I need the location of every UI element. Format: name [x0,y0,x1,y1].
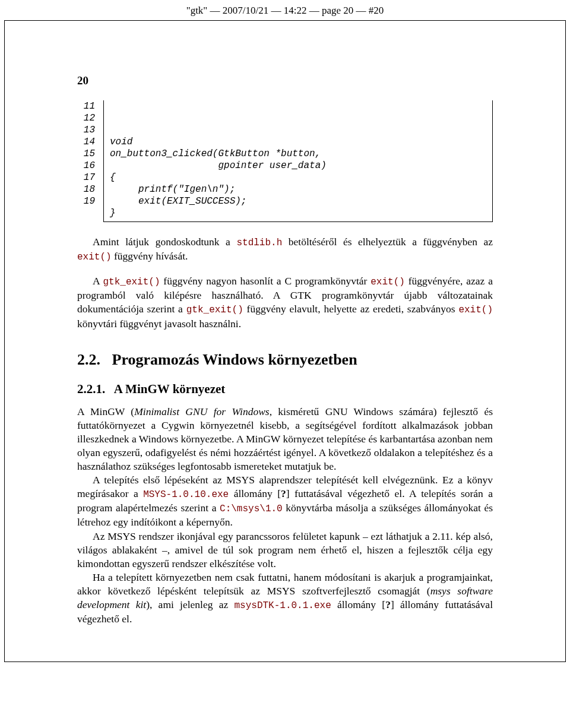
code-stdlib-h: stdlib.h [236,238,282,248]
italic-mingw-full: Minimalist GNU for Windows [134,406,269,417]
citation-mark: ? [281,488,286,499]
code-msys-exe: MSYS-1.0.10.exe [143,489,229,500]
code-msys-path: C:\msys\1.0 [220,504,283,514]
code-listing: void on_button3_clicked(GtkButton *butto… [103,100,493,222]
paragraph-4: A telepítés első lépéseként az MSYS alap… [77,473,493,529]
code-msysdtk-exe: msysDTK-1.0.1.exe [235,600,331,611]
page-frame: 20 11 12 13 14 15 16 17 18 19 void on_bu… [4,20,566,662]
section-heading: 2.2. Programozás Windows környezetben [77,351,493,369]
paragraph-5: Az MSYS rendszer ikonjával egy parancsso… [77,530,493,571]
paragraph-6: Ha a telepített környezetben nem csak fu… [77,571,493,626]
code-exit: exit() [458,305,493,315]
code-line-numbers: 11 12 13 14 15 16 17 18 19 [77,100,95,207]
code-exit: exit() [370,277,405,287]
code-gtk-exit: gtk_exit() [186,305,243,315]
paragraph-1: Amint látjuk gondoskodtunk a stdlib.h be… [77,235,493,264]
paragraph-2: A gtk_exit() függvény nagyon hasonlít a … [77,274,493,330]
page-number: 20 [77,74,493,87]
paragraph-3: A MinGW (Minimalist GNU for Windows, kis… [77,405,493,473]
subsection-heading: 2.2.1. A MinGW környezet [77,382,493,397]
body-text: Amint látjuk gondoskodtunk a stdlib.h be… [77,235,493,626]
code-gtk-exit: gtk_exit() [103,277,160,287]
code-exit: exit() [77,252,112,262]
page-header-crop-label: "gtk" — 2007/10/21 — 14:22 — page 20 — #… [0,0,570,20]
citation-mark: ? [385,599,391,610]
